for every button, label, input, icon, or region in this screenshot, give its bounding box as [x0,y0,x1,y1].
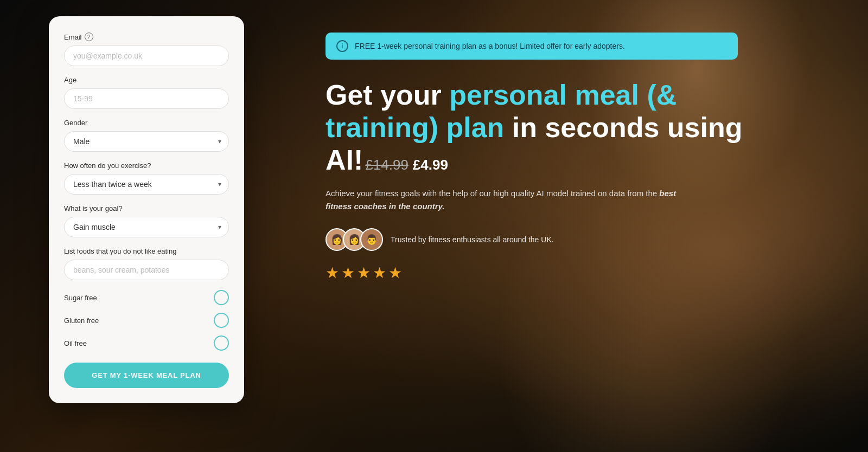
avatar-3: 👨 [360,228,383,251]
description: Achieve your fitness goals with the help… [326,187,694,213]
trust-text: Trusted by fitness enthusiasts all aroun… [391,235,554,244]
age-label: Age [64,76,229,84]
submit-button[interactable]: GET MY 1-WEEK MEAL PLAN [64,363,229,388]
gender-field-group: Gender Male Female Other ▾ [64,119,229,152]
sugar-free-row: Sugar free [64,290,229,305]
promo-banner: i FREE 1-week personal training plan as … [326,33,738,60]
gluten-free-row: Gluten free [64,313,229,328]
foods-label: List foods that you do not like eating [64,247,229,255]
gluten-free-label: Gluten free [64,317,99,325]
description-text: Achieve your fitness goals with the help… [326,189,659,198]
oil-free-label: Oil free [64,339,87,347]
price-new: £4.99 [413,157,448,173]
gender-select[interactable]: Male Female Other [64,131,229,152]
form-panel: Email ? Age Gender Male Female Other [0,0,293,452]
content-panel: i FREE 1-week personal training plan as … [293,0,868,452]
price-row: £14.99 £4.99 [365,157,448,173]
foods-field-group: List foods that you do not like eating [64,247,229,280]
star-3: ★ [357,264,371,282]
stars-row: ★ ★ ★ ★ ★ [326,264,835,282]
foods-input[interactable] [64,260,229,280]
star-5: ★ [388,264,402,282]
gender-label: Gender [64,119,229,127]
email-help-icon[interactable]: ? [85,33,93,41]
age-input[interactable] [64,88,229,109]
goal-select[interactable]: Gain muscle Lose weight Maintain weight … [64,217,229,237]
goal-label: What is your goal? [64,204,229,212]
main-headline: Get your personal meal (& training) plan… [326,79,760,176]
oil-free-row: Oil free [64,335,229,351]
avatar-group: 👩 👩 👨 [326,228,383,251]
sugar-free-label: Sugar free [64,294,97,302]
form-card: Email ? Age Gender Male Female Other [49,16,244,403]
goal-field-group: What is your goal? Gain muscle Lose weig… [64,204,229,237]
headline-part1: Get your [326,79,449,111]
trust-row: 👩 👩 👨 Trusted by fitness enthusiasts all… [326,228,835,251]
goal-select-wrapper: Gain muscle Lose weight Maintain weight … [64,217,229,237]
sugar-free-toggle[interactable] [214,290,229,305]
exercise-label: How often do you exercise? [64,162,229,170]
gluten-free-toggle[interactable] [214,313,229,328]
oil-free-toggle[interactable] [214,335,229,351]
price-old: £14.99 [365,157,409,173]
email-label: Email ? [64,33,229,41]
exercise-field-group: How often do you exercise? Less than twi… [64,162,229,195]
info-icon: i [336,40,348,52]
gender-select-wrapper: Male Female Other ▾ [64,131,229,152]
exercise-select-wrapper: Less than twice a week 2-3 times a week … [64,174,229,195]
email-input[interactable] [64,46,229,66]
email-field-group: Email ? [64,33,229,66]
promo-text: FREE 1-week personal training plan as a … [355,42,625,50]
exercise-select[interactable]: Less than twice a week 2-3 times a week … [64,174,229,195]
star-4: ★ [373,264,386,282]
star-1: ★ [326,264,339,282]
age-field-group: Age [64,76,229,109]
star-2: ★ [341,264,355,282]
